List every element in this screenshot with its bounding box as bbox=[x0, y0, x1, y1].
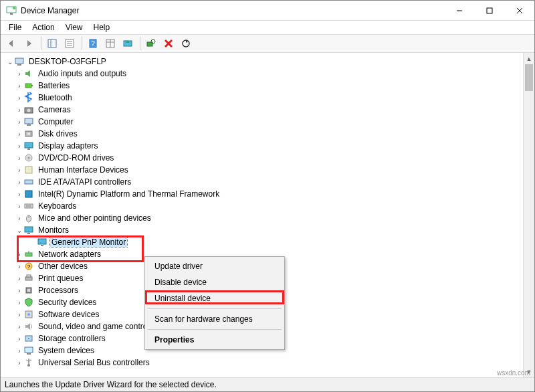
svg-rect-4 bbox=[487, 8, 492, 13]
tree-item-label: Other devices bbox=[37, 262, 89, 271]
expand-caret-icon[interactable]: › bbox=[15, 275, 23, 282]
svg-rect-49 bbox=[41, 245, 43, 246]
expand-caret-icon[interactable]: › bbox=[15, 82, 23, 90]
monitor-icon bbox=[37, 237, 47, 248]
cm-disable-device[interactable]: Disable device bbox=[146, 274, 283, 290]
intel-icon bbox=[23, 189, 34, 199]
tree-category-mouse[interactable]: ›Mice and other pointing devices bbox=[6, 212, 533, 224]
system-icon bbox=[23, 345, 34, 356]
uninstall-icon bbox=[163, 38, 174, 49]
expand-caret-icon[interactable]: › bbox=[15, 323, 23, 330]
tree-category-bluetooth[interactable]: ›Bluetooth bbox=[6, 92, 533, 104]
tree-item-label: Intel(R) Dynamic Platform and Thermal Fr… bbox=[37, 189, 221, 199]
tree-category-hid[interactable]: ›Human Interface Devices bbox=[6, 164, 533, 176]
tree-category-computer[interactable]: ›Computer bbox=[6, 116, 533, 128]
title-bar: Device Manager bbox=[1, 1, 534, 21]
tree-category-optical[interactable]: ›DVD/CD-ROM drives bbox=[6, 152, 533, 164]
expand-caret-icon[interactable]: › bbox=[15, 106, 23, 114]
expand-caret-icon[interactable]: › bbox=[15, 118, 23, 126]
menu-help[interactable]: Help bbox=[88, 21, 116, 33]
context-menu: Update driver Disable device Uninstall d… bbox=[144, 256, 285, 350]
expand-caret-icon[interactable]: › bbox=[15, 215, 23, 222]
window-title: Device Manager bbox=[21, 6, 79, 15]
uninstall-button[interactable] bbox=[160, 35, 177, 52]
other-icon: ? bbox=[23, 261, 34, 272]
tree-item-label: Cameras bbox=[37, 105, 72, 114]
svg-rect-57 bbox=[27, 289, 30, 292]
expand-caret-icon[interactable]: › bbox=[15, 203, 23, 210]
software-icon bbox=[23, 309, 34, 320]
update-driver-button[interactable] bbox=[120, 35, 136, 52]
menu-file[interactable]: File bbox=[3, 21, 27, 33]
maximize-button[interactable] bbox=[474, 1, 504, 21]
expand-caret-icon[interactable]: › bbox=[15, 70, 23, 78]
tree-root-node[interactable]: ⌄DESKTOP-O3FGFLP bbox=[6, 56, 533, 68]
expand-caret-icon[interactable]: › bbox=[15, 299, 23, 306]
expand-caret-icon[interactable]: › bbox=[15, 287, 23, 294]
expand-caret-icon[interactable]: › bbox=[15, 359, 23, 367]
svg-rect-27 bbox=[31, 85, 33, 86]
console-tree-icon bbox=[47, 38, 58, 49]
expand-caret-icon[interactable]: ⌄ bbox=[15, 227, 23, 234]
refresh-button[interactable] bbox=[178, 35, 194, 52]
tree-device-monitor[interactable]: Generic PnP Monitor bbox=[6, 236, 533, 248]
menu-action[interactable]: Action bbox=[27, 21, 60, 33]
tree-category-display[interactable]: ›Display adapters bbox=[6, 140, 533, 152]
expand-caret-icon[interactable]: ⌄ bbox=[6, 58, 14, 66]
details-button[interactable] bbox=[102, 35, 118, 52]
tree-category-usb[interactable]: ›Universal Serial Bus controllers bbox=[6, 357, 533, 369]
minimize-button[interactable] bbox=[444, 1, 474, 21]
tree-category-camera[interactable]: ›Cameras bbox=[6, 104, 533, 116]
properties-icon bbox=[64, 38, 75, 49]
help-button[interactable]: ? bbox=[85, 35, 101, 52]
update-driver-icon bbox=[122, 38, 133, 49]
scroll-up-arrow-icon[interactable]: ▲ bbox=[524, 53, 534, 64]
tree-category-keyboard[interactable]: ›Keyboards bbox=[6, 200, 533, 212]
expand-caret-icon[interactable]: › bbox=[15, 263, 23, 270]
tree-category-ide[interactable]: ›IDE ATA/ATAPI controllers bbox=[6, 176, 533, 188]
toolbar: ? bbox=[1, 34, 534, 53]
scrollbar-thumb[interactable] bbox=[525, 64, 533, 91]
menu-bar: File Action View Help bbox=[1, 21, 534, 34]
svg-rect-40 bbox=[25, 191, 32, 197]
keyboard-icon bbox=[23, 201, 34, 211]
svg-point-37 bbox=[28, 157, 30, 159]
properties-button[interactable] bbox=[62, 35, 78, 52]
tree-category-disk[interactable]: ›Disk drives bbox=[6, 128, 533, 140]
hid-icon bbox=[23, 165, 34, 175]
tree-item-label: Software devices bbox=[37, 310, 100, 319]
show-console-tree-button[interactable] bbox=[44, 35, 60, 52]
expand-caret-icon[interactable]: › bbox=[15, 335, 23, 342]
svg-rect-47 bbox=[27, 233, 30, 234]
expand-caret-icon[interactable]: › bbox=[15, 167, 23, 174]
forward-button[interactable] bbox=[21, 35, 37, 52]
expand-caret-icon[interactable]: › bbox=[15, 191, 23, 198]
expand-caret-icon[interactable]: › bbox=[15, 251, 23, 258]
cm-scan-hardware[interactable]: Scan for hardware changes bbox=[146, 311, 283, 327]
expand-caret-icon[interactable]: › bbox=[15, 130, 23, 138]
computer_root-icon bbox=[14, 56, 25, 67]
tree-item-label: Display adapters bbox=[37, 141, 99, 151]
menu-view[interactable]: View bbox=[60, 21, 88, 33]
scan-hardware-button[interactable] bbox=[143, 35, 159, 52]
expand-caret-icon[interactable]: › bbox=[15, 155, 23, 162]
expand-caret-icon[interactable]: › bbox=[15, 142, 23, 150]
expand-caret-icon[interactable]: › bbox=[15, 94, 23, 102]
tree-category-intel[interactable]: ›Intel(R) Dynamic Platform and Thermal F… bbox=[6, 188, 533, 200]
tree-category-battery[interactable]: ›Batteries bbox=[6, 80, 533, 92]
back-button[interactable] bbox=[3, 35, 19, 52]
cm-update-driver[interactable]: Update driver bbox=[146, 258, 283, 274]
tree-category-audio[interactable]: ›Audio inputs and outputs bbox=[6, 68, 533, 80]
expand-caret-icon[interactable]: › bbox=[15, 179, 23, 186]
tree-item-label: Network adapters bbox=[37, 250, 102, 259]
usb-icon bbox=[23, 357, 34, 368]
tree-item-label: Storage controllers bbox=[37, 334, 107, 343]
cm-uninstall-device[interactable]: Uninstall device bbox=[146, 290, 283, 306]
cm-properties[interactable]: Properties bbox=[146, 332, 283, 348]
disk-icon bbox=[23, 128, 34, 139]
close-button[interactable] bbox=[504, 1, 534, 21]
tree-category-monitor[interactable]: ⌄Monitors bbox=[6, 224, 533, 236]
vertical-scrollbar[interactable]: ▲ ▼ bbox=[523, 53, 534, 377]
expand-caret-icon[interactable]: › bbox=[15, 311, 23, 318]
expand-caret-icon[interactable]: › bbox=[15, 347, 23, 355]
